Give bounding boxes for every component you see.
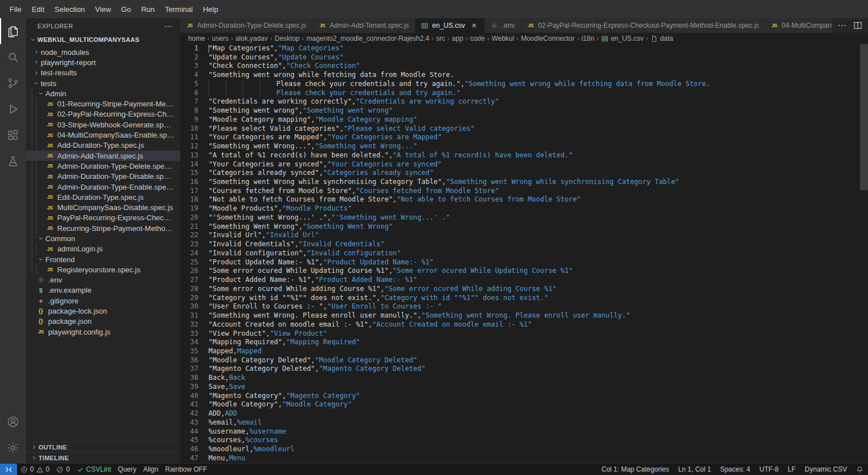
editor-line[interactable]: 24"Invalid configuration","Invalid confi… xyxy=(180,249,860,258)
editor-line[interactable]: 35Mapped,Mapped xyxy=(180,347,860,356)
breadcrumb-item-users[interactable]: users xyxy=(212,35,228,42)
file-adminlogin-js[interactable]: JSadminLogin.js xyxy=(26,244,180,254)
editor-line[interactable]: 40"Magento Category","Magento Category" xyxy=(180,392,860,401)
editor-line[interactable]: 31"Something went Wrong. Please enroll u… xyxy=(180,311,860,320)
status-remote-indicator[interactable] xyxy=(0,464,17,475)
status-align[interactable]: Align xyxy=(140,464,162,475)
folder-common[interactable]: Common xyxy=(26,233,180,243)
file-env[interactable]: .env xyxy=(26,275,180,285)
more-actions[interactable]: ⋯ xyxy=(837,21,846,30)
file-package-json[interactable]: {}package.json xyxy=(26,316,180,327)
file-admin-duration-type-delete-spec-js[interactable]: JSAdmin-Duration-Type-Delete.spec.js xyxy=(26,161,180,171)
file-admin-duration-type-enable-spec-js[interactable]: JSAdmin-Duration-Type-Enable.spec.js xyxy=(26,182,180,192)
folder-node-modules[interactable]: node_modules xyxy=(26,47,180,57)
editor-line[interactable]: 14"Your Categories are synced","Your Cat… xyxy=(180,160,860,169)
file-edit-duration-type-spec-js[interactable]: JSEdit-Duration-Type.spec.js xyxy=(26,192,180,202)
file-01-recurring-stripe-payment-method-enable-spec-js[interactable]: JS01-Recurring-Stripe-Payment-Method-Ena… xyxy=(26,99,180,109)
editor-line[interactable]: 16"Something went Wrong while synchronis… xyxy=(180,178,860,187)
editor-line[interactable]: 28"Some error ocured While adding Course… xyxy=(180,285,860,294)
close-icon[interactable]: × xyxy=(470,21,479,30)
status-language-mode[interactable]: Dynamic CSV xyxy=(800,464,852,475)
tab-02-paypal-recurring-express-checkout-payment-method-enable-spec-js[interactable]: JS02-PayPal-Recurring-Express-Checkout-P… xyxy=(521,18,765,33)
file-registeryourstore-spec-js[interactable]: JSRegisteryourstore.spec.js xyxy=(26,264,180,275)
panel-outline[interactable]: OUTLINE xyxy=(26,442,180,452)
folder-frontend[interactable]: Frontend xyxy=(26,254,180,264)
activity-search[interactable] xyxy=(0,44,26,70)
panel-timeline[interactable]: TIMELINE xyxy=(26,452,180,463)
menu-item-view[interactable]: View xyxy=(90,3,116,16)
breadcrumb-item-alok-yadav[interactable]: alok.yadav xyxy=(235,35,267,42)
file-04-multicompanysaas-enable-spec-js[interactable]: JS04-MultiCompanySaas-Enable.spec.js xyxy=(26,130,180,140)
folder-admin[interactable]: Admin xyxy=(26,88,180,99)
file-admin-add-tenant-spec-js[interactable]: JSAdmin-Add-Tenant.spec.js xyxy=(26,151,180,161)
breadcrumb-item-en-us-csv[interactable]: en_US.csv xyxy=(601,35,644,42)
editor[interactable]: 1"Map Categories","Map Categories"2"Upda… xyxy=(180,44,868,463)
activity-run-and-debug[interactable] xyxy=(0,96,26,122)
breadcrumb-item-code[interactable]: code xyxy=(470,35,485,42)
editor-line[interactable]: 8"Something went wrong","Something went … xyxy=(180,106,860,115)
editor-line[interactable]: 34"Mapping Required","Mapping Required" xyxy=(180,338,860,347)
editor-line[interactable]: 6 Please check your credentials and try … xyxy=(180,89,860,98)
file-gitignore[interactable]: ◆.gitignore xyxy=(26,296,180,306)
breadcrumb-item-desktop[interactable]: Desktop xyxy=(275,35,300,42)
editor-line[interactable]: 13"A total of %1 record(s) have been del… xyxy=(180,151,860,160)
menu-item-file[interactable]: File xyxy=(5,3,27,16)
editor-line[interactable]: 23"Invalid Credentials","Invalid Credent… xyxy=(180,240,860,249)
editor-line[interactable]: 7"Credentials are working correctly","Cr… xyxy=(180,97,860,106)
editor-line[interactable]: 18"Not able to fetch Courses from Moodle… xyxy=(180,195,860,204)
editor-line[interactable]: 29"Category with id ""%1"" does not exis… xyxy=(180,294,860,303)
status-rainbow[interactable]: Rainbow OFF xyxy=(161,464,210,475)
editor-line[interactable]: 4"Something went wrong while fetching da… xyxy=(180,71,860,80)
breadcrumb-item-app[interactable]: app xyxy=(452,35,463,42)
editor-line[interactable]: 41"Moodle Category","Moodle Category" xyxy=(180,400,860,409)
status-ports[interactable]: 0 xyxy=(53,464,73,475)
editor-line[interactable]: 47Menu,Menu xyxy=(180,454,860,463)
tab-en-us-csv[interactable]: en_US.csv× xyxy=(415,18,485,33)
file-03-stripe-webhook-generate-spec-js[interactable]: JS03-Stripe-Webhook-Generate.spec.js xyxy=(26,119,180,130)
editor-line[interactable]: 30"User Enroll to Courses :- ","User Enr… xyxy=(180,302,860,311)
editor-line[interactable]: 26"Some error ocured While Updating Cour… xyxy=(180,267,860,276)
status-eol[interactable]: LF xyxy=(783,464,800,475)
editor-line[interactable]: 45%courses,%courses xyxy=(180,436,860,445)
menu-item-help[interactable]: Help xyxy=(198,3,223,16)
breadcrumb-item-moodleconnector[interactable]: MoodleConnector xyxy=(521,35,575,42)
menu-item-terminal[interactable]: Terminal xyxy=(160,3,198,16)
editor-line[interactable]: 33"View Product","View Product" xyxy=(180,329,860,339)
file-paypal-recurring-express-checkout-payment-method-disable-spec-js[interactable]: JSPayPal-Recurring-Express-Checkout-Paym… xyxy=(26,213,180,223)
editor-scrollbar[interactable] xyxy=(860,44,868,463)
editor-line[interactable]: 17"Courses fetched from Moodle Store","C… xyxy=(180,187,860,196)
status-problems[interactable]: 00 xyxy=(17,464,53,475)
menu-item-selection[interactable]: Selection xyxy=(49,3,90,16)
menu-item-edit[interactable]: Edit xyxy=(27,3,49,16)
folder-test-results[interactable]: test-results xyxy=(26,68,180,78)
editor-line[interactable]: 19"Moodle Products","Moodle Products" xyxy=(180,204,860,213)
status-encoding[interactable]: UTF-8 xyxy=(755,464,783,475)
editor-line[interactable]: 25"Product Updated Name:- %1","Product U… xyxy=(180,258,860,267)
scrollbar-thumb[interactable] xyxy=(860,44,868,190)
breadcrumb-item-data[interactable]: data xyxy=(650,35,673,42)
editor-line[interactable]: 2"Update Courses","Update Courses" xyxy=(180,53,860,62)
file-admin-duration-type-disable-spec-js[interactable]: JSAdmin-Duration-Type-Disable.spec.js xyxy=(26,172,180,182)
file-add-duration-type-spec-js[interactable]: JSAdd-Duration-Type.spec.js xyxy=(26,140,180,151)
editor-line[interactable]: 38Back,Back xyxy=(180,374,860,383)
editor-line[interactable]: 15"Categories already synced","Categorie… xyxy=(180,169,860,178)
file-02-paypal-recurring-express-checkout-payment-method-enable-spec-js[interactable]: JS02-PayPal-Recurring-Express-Checkout-P… xyxy=(26,109,180,119)
editor-line[interactable]: 37"Magento Category Deleted","Magento Ca… xyxy=(180,365,860,374)
status-indentation[interactable]: Spaces: 4 xyxy=(716,464,755,475)
editor-line[interactable]: 42ADD,ADD xyxy=(180,409,860,418)
editor-line[interactable]: 22"Invalid Url","Invalid Url" xyxy=(180,231,860,240)
tab-04-multicompanysaas-enable-spec-js[interactable]: JS04-MultiCompanySaas-Enable.spec.js xyxy=(765,18,832,33)
activity-source-control[interactable] xyxy=(0,70,26,96)
workspace-root[interactable]: WEBKUL_MULTICOMPANYSAAS xyxy=(26,33,180,46)
folder-playwright-report[interactable]: playwright-report xyxy=(26,57,180,67)
editor-line[interactable]: 32"Account Created on moodle email :- %1… xyxy=(180,320,860,329)
status-csvlint[interactable]: CSVLint xyxy=(73,464,114,475)
menu-item-run[interactable]: Run xyxy=(136,3,160,16)
status-notifications[interactable] xyxy=(852,464,868,475)
activity-explorer[interactable] xyxy=(0,18,26,44)
activity-testing[interactable] xyxy=(0,148,26,174)
editor-line[interactable]: 44%username,%username xyxy=(180,427,860,437)
more-actions-icon[interactable]: ⋯ xyxy=(164,22,172,31)
tab-admin-duration-type-delete-spec-js[interactable]: JSAdmin-Duration-Type-Delete.spec.js xyxy=(180,18,313,33)
tab-admin-add-tenant-spec-js[interactable]: JSAdmin-Add-Tenant.spec.js xyxy=(313,18,415,33)
